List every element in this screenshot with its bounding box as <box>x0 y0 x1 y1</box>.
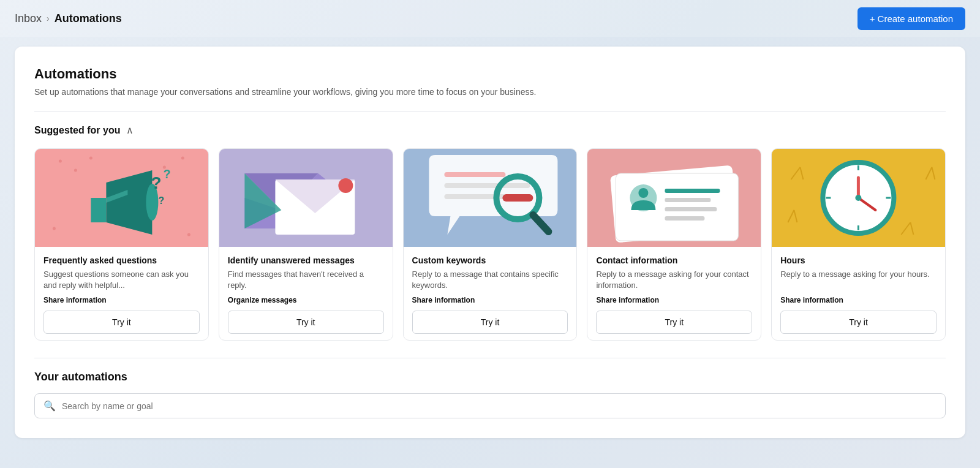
svg-line-33 <box>902 222 911 235</box>
collapse-icon[interactable]: ∧ <box>126 124 134 136</box>
page-subtitle: Set up automations that manage your conv… <box>34 87 946 97</box>
svg-point-0 <box>59 160 62 163</box>
unanswered-illustration <box>219 149 393 247</box>
svg-line-36 <box>932 167 935 179</box>
card-faq-desc: Suggest questions someone can ask you an… <box>43 269 200 291</box>
svg-rect-28 <box>665 198 711 202</box>
contact-illustration <box>587 149 761 247</box>
card-hours: Hours Reply to a message asking for your… <box>771 148 946 341</box>
card-contact-tag: Share information <box>596 296 752 304</box>
svg-rect-29 <box>665 207 717 211</box>
svg-text:?: ? <box>163 167 170 181</box>
svg-text:?: ? <box>151 173 161 192</box>
card-faq-tag: Share information <box>43 296 200 304</box>
svg-point-6 <box>53 227 56 230</box>
card-hours-tag: Share information <box>780 296 937 304</box>
card-faq-image: ? ? ? <box>35 149 208 247</box>
svg-point-46 <box>856 195 862 201</box>
your-automations-section: Your automations 🔍 <box>34 371 946 418</box>
svg-point-4 <box>181 157 184 160</box>
search-bar: 🔍 <box>34 393 946 418</box>
card-faq: ? ? ? Frequently asked questions Suggest… <box>34 148 209 341</box>
page-title: Automations <box>34 66 946 82</box>
card-keywords-desc: Reply to a message that contains specifi… <box>412 269 568 291</box>
breadcrumb: Inbox › Automations <box>15 12 122 25</box>
card-keywords: Custom keywords Reply to a message that … <box>403 148 578 341</box>
svg-point-15 <box>338 178 353 193</box>
svg-line-31 <box>791 167 801 179</box>
card-faq-try-button[interactable]: Try it <box>43 311 200 334</box>
create-automation-button[interactable]: + Create automation <box>858 7 965 30</box>
breadcrumb-chevron-icon: › <box>47 13 50 23</box>
suggested-title: Suggested for you <box>34 125 120 136</box>
card-keywords-body: Custom keywords Reply to a message that … <box>404 247 577 340</box>
card-contact-try-button[interactable]: Try it <box>596 311 752 334</box>
card-faq-body: Frequently asked questions Suggest quest… <box>35 247 208 340</box>
card-unanswered-image <box>219 149 393 247</box>
svg-line-21 <box>533 215 548 232</box>
card-unanswered-try-button[interactable]: Try it <box>228 311 384 334</box>
faq-illustration: ? ? ? <box>35 149 208 247</box>
svg-rect-27 <box>665 189 720 193</box>
card-contact-image <box>587 149 761 247</box>
cards-grid: ? ? ? Frequently asked questions Suggest… <box>34 148 946 341</box>
card-keywords-image <box>404 149 577 247</box>
svg-point-1 <box>74 169 77 172</box>
card-contact: Contact information Reply to a message a… <box>587 148 761 341</box>
card-hours-body: Hours Reply to a message asking for your… <box>772 247 945 340</box>
card-contact-title: Contact information <box>596 255 752 265</box>
card-keywords-title: Custom keywords <box>412 255 568 265</box>
divider-2 <box>34 358 946 358</box>
card-faq-title: Frequently asked questions <box>43 255 200 265</box>
card-hours-image <box>772 149 945 247</box>
card-unanswered-tag: Organize messages <box>228 296 384 304</box>
card-hours-title: Hours <box>780 255 937 265</box>
svg-rect-22 <box>502 194 533 202</box>
search-input[interactable] <box>62 401 937 411</box>
svg-rect-17 <box>444 172 505 177</box>
hours-illustration <box>772 149 945 247</box>
breadcrumb-inbox[interactable]: Inbox <box>15 12 42 25</box>
card-keywords-tag: Share information <box>412 296 568 304</box>
svg-line-35 <box>926 167 932 179</box>
svg-rect-18 <box>444 183 530 188</box>
main-content: Automations Set up automations that mana… <box>0 37 980 468</box>
breadcrumb-current: Automations <box>55 12 122 25</box>
divider <box>34 111 946 112</box>
svg-line-37 <box>788 210 794 222</box>
svg-rect-30 <box>665 216 705 221</box>
keywords-illustration <box>404 149 577 247</box>
suggested-section-header: Suggested for you ∧ <box>34 124 946 136</box>
svg-line-34 <box>911 222 914 235</box>
card-keywords-try-button[interactable]: Try it <box>412 311 568 334</box>
content-card: Automations Set up automations that mana… <box>15 47 965 438</box>
search-icon: 🔍 <box>43 400 56 412</box>
svg-point-5 <box>187 233 190 236</box>
card-hours-desc: Reply to a message asking for your hours… <box>780 269 937 291</box>
card-unanswered-body: Identify unanswered messages Find messag… <box>219 247 393 340</box>
card-unanswered: Identify unanswered messages Find messag… <box>219 148 393 341</box>
card-contact-body: Contact information Reply to a message a… <box>587 247 761 340</box>
svg-line-38 <box>794 210 797 222</box>
svg-point-2 <box>89 157 92 160</box>
card-unanswered-title: Identify unanswered messages <box>228 255 384 265</box>
svg-point-26 <box>639 188 649 198</box>
svg-line-32 <box>801 167 804 179</box>
topbar: Inbox › Automations + Create automation <box>0 0 980 37</box>
card-unanswered-desc: Find messages that haven't received a re… <box>228 269 384 291</box>
card-contact-desc: Reply to a message asking for your conta… <box>596 269 752 291</box>
card-hours-try-button[interactable]: Try it <box>780 311 937 334</box>
svg-text:?: ? <box>158 195 164 206</box>
your-automations-title: Your automations <box>34 371 946 383</box>
